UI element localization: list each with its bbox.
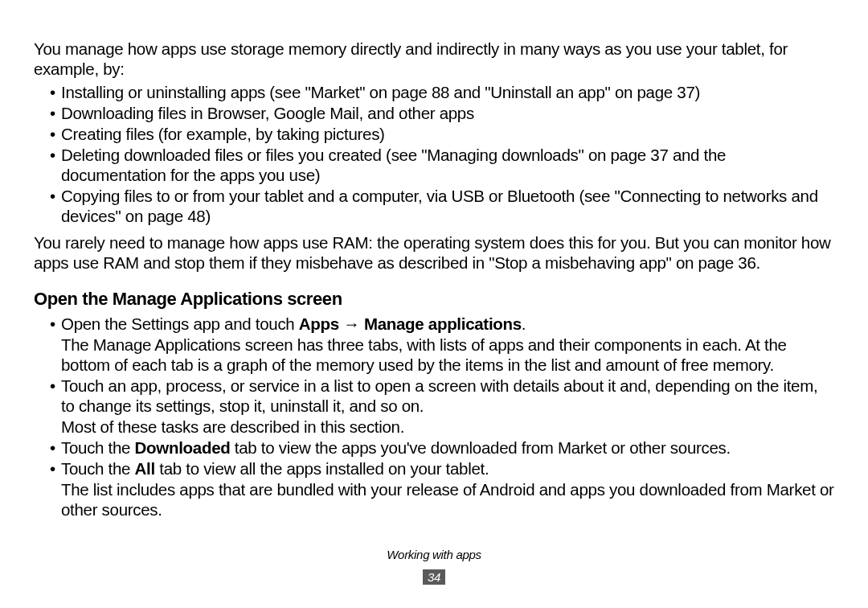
list-item: Creating files (for example, by taking p… xyxy=(50,124,834,144)
list-item-continuation: The list includes apps that are bundled … xyxy=(61,479,834,520)
after-list-paragraph: You rarely need to manage how apps use R… xyxy=(34,232,834,273)
list-item-continuation: Most of these tasks are described in thi… xyxy=(61,417,834,437)
page-footer: Working with apps 34 xyxy=(0,548,868,585)
bold-text: All xyxy=(135,459,155,478)
bold-text: Apps → Manage applications xyxy=(299,314,522,333)
list-item: Touch the Downloaded tab to view the app… xyxy=(50,438,834,458)
text-run: Touch an app, process, or service in a l… xyxy=(61,376,817,415)
footer-section-title: Working with apps xyxy=(0,548,868,562)
list-item: Copying files to or from your tablet and… xyxy=(50,186,834,226)
storage-list: Installing or uninstalling apps (see "Ma… xyxy=(34,82,834,226)
text-run: Touch the xyxy=(61,438,135,457)
text-run: Open the Settings app and touch xyxy=(61,314,299,333)
list-item: Installing or uninstalling apps (see "Ma… xyxy=(50,82,834,102)
intro-paragraph: You manage how apps use storage memory d… xyxy=(34,39,834,79)
text-run: . xyxy=(522,314,526,333)
page-number-badge: 34 xyxy=(423,569,445,585)
text-run: Touch the xyxy=(61,459,135,478)
text-run: tab to view all the apps installed on yo… xyxy=(155,459,489,478)
section-heading: Open the Manage Applications screen xyxy=(34,289,834,310)
manage-apps-list: Open the Settings app and touch Apps → M… xyxy=(34,314,834,520)
list-item: Downloading files in Browser, Google Mai… xyxy=(50,103,834,123)
text-run: tab to view the apps you've downloaded f… xyxy=(230,438,730,457)
list-item: Open the Settings app and touch Apps → M… xyxy=(50,314,834,375)
bold-text: Downloaded xyxy=(135,438,231,457)
list-item: Touch an app, process, or service in a l… xyxy=(50,376,834,437)
list-item: Touch the All tab to view all the apps i… xyxy=(50,458,834,520)
list-item: Deleting downloaded files or files you c… xyxy=(50,145,834,185)
list-item-continuation: The Manage Applications screen has three… xyxy=(61,335,834,375)
